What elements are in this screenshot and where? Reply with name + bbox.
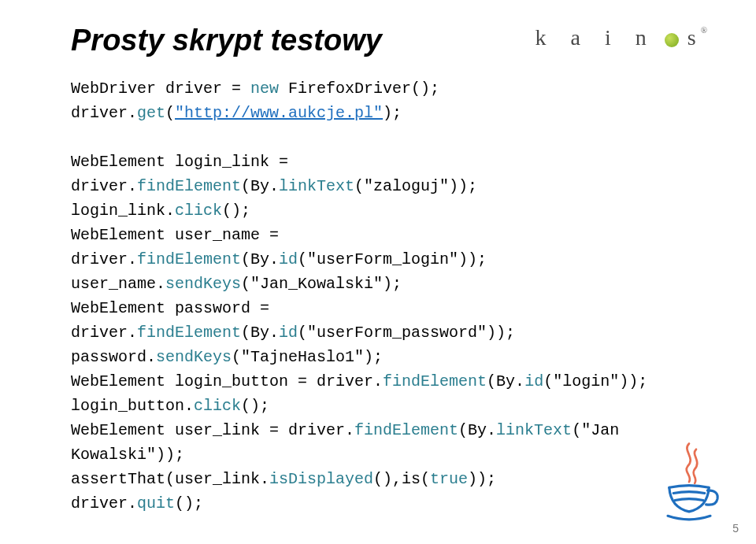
code-text: (By. (241, 177, 279, 195)
code-text: WebElement login_button = driver. (71, 372, 383, 390)
logo-reg: ® (701, 25, 717, 35)
code-text: WebElement password = (71, 299, 269, 317)
code-text: WebElement user_link = driver. (71, 421, 354, 439)
code-url: "http://www.aukcje.pl" (175, 104, 383, 122)
code-method: id (279, 324, 298, 342)
code-method: click (194, 397, 241, 415)
code-text: FirefoxDriver(); (279, 80, 439, 98)
slide: k a i n s® Prosty skrypt testowy WebDriv… (0, 0, 756, 516)
logo-text: k a i n s® (536, 25, 717, 50)
code-text: driver. (71, 324, 137, 342)
logo-dot-icon (665, 33, 679, 47)
code-text: ("login")); (543, 372, 647, 390)
logo-i: i (605, 25, 621, 50)
code-text: (By. (458, 421, 496, 439)
code-text: ("Jan_Kowalski"); (241, 275, 402, 293)
code-text: (); (241, 397, 269, 415)
code-text: ("userForm_password")); (298, 324, 515, 342)
code-keyword: true (430, 470, 468, 488)
code-text: ( (165, 104, 175, 122)
code-text: (),is( (373, 470, 430, 488)
page-number: 5 (732, 522, 739, 535)
code-text: login_button. (71, 397, 194, 415)
code-text: assertThat(user_link. (71, 470, 269, 488)
code-text: ("zaloguj")); (354, 177, 477, 195)
code-method: quit (137, 494, 175, 513)
code-text: ("TajneHaslo1"); (232, 348, 383, 366)
code-text: password. (71, 348, 156, 366)
logo-k: k (536, 25, 556, 50)
code-method: sendKeys (156, 348, 232, 366)
code-text: WebDriver driver = (71, 80, 250, 98)
code-method: findElement (137, 324, 241, 342)
code-method: isDisplayed (269, 470, 373, 488)
code-method: findElement (137, 250, 241, 268)
code-text: driver. (71, 104, 137, 122)
code-text: )); (468, 470, 496, 488)
code-text: driver. (71, 494, 137, 513)
code-keyword: new (250, 80, 279, 98)
code-method: findElement (383, 372, 487, 390)
code-method: get (137, 104, 165, 122)
code-text: (); (222, 202, 250, 220)
code-method: id (524, 372, 543, 390)
code-text: ("userForm_login")); (298, 250, 487, 268)
code-method: findElement (137, 177, 241, 195)
kainos-logo: k a i n s® (536, 25, 717, 50)
code-text: (); (175, 494, 203, 513)
code-text: (By. (241, 250, 279, 268)
code-text: user_name. (71, 275, 165, 293)
code-text: ); (383, 104, 402, 122)
code-method: click (175, 202, 222, 220)
code-block: WebDriver driver = new FirefoxDriver(); … (71, 76, 701, 516)
code-method: linkText (496, 421, 572, 439)
code-text: (By. (241, 324, 279, 342)
code-method: sendKeys (165, 275, 241, 293)
code-method: findElement (354, 421, 458, 439)
logo-a: a (571, 25, 590, 50)
code-text: (By. (487, 372, 524, 390)
java-logo-icon (654, 435, 724, 530)
logo-n: n (636, 25, 656, 50)
code-method: id (279, 250, 298, 268)
code-method: linkText (279, 177, 354, 195)
code-text: login_link. (71, 202, 175, 220)
